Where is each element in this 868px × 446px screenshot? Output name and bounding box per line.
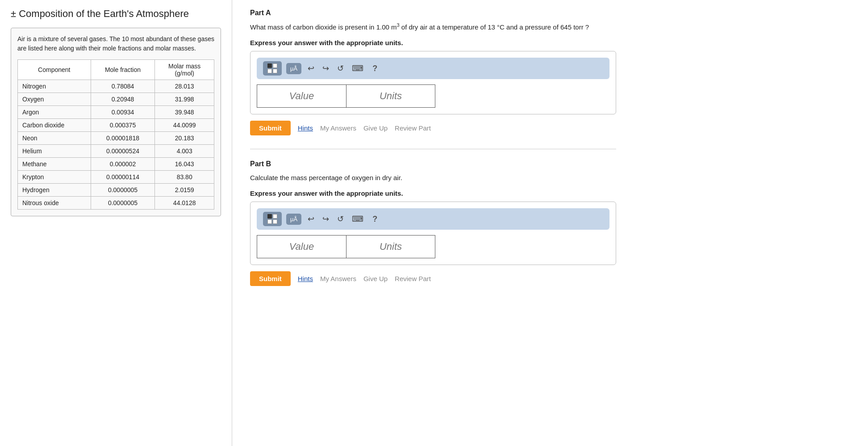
cell-molar-mass: 20.183 — [155, 132, 214, 145]
part-b-toolbar: μÅ ↩ ↪ ↺ ⌨ ? — [257, 208, 609, 230]
info-text: Air is a mixture of several gases. The 1… — [17, 34, 214, 53]
part-b-action-row: Submit Hints My Answers Give Up Review P… — [250, 271, 850, 286]
my-answers-link-b[interactable]: My Answers — [320, 275, 356, 282]
section-title: ± Composition of the Earth's Atmosphere — [11, 8, 221, 20]
cell-mole-fraction: 0.0000005 — [91, 184, 155, 197]
table-row: Nitrous oxide0.000000544.0128 — [18, 197, 214, 210]
cell-mole-fraction: 0.0000005 — [91, 197, 155, 210]
composition-table: Component Mole fraction Molar mass(g/mol… — [17, 59, 214, 210]
cell-molar-mass: 44.0099 — [155, 119, 214, 132]
part-a-answer-box: μÅ ↩ ↪ ↺ ⌨ ? — [250, 51, 616, 114]
cell-molar-mass: 28.013 — [155, 80, 214, 93]
cell-mole-fraction: 0.00934 — [91, 106, 155, 119]
cell-component: Carbon dioxide — [18, 119, 91, 132]
grid-button-a[interactable] — [263, 61, 282, 76]
grid-button-b[interactable] — [263, 212, 282, 226]
hints-link-a[interactable]: Hints — [298, 124, 313, 132]
cell-molar-mass: 4.003 — [155, 145, 214, 158]
col-component: Component — [18, 60, 91, 80]
part-divider — [250, 149, 616, 149]
table-row: Argon0.0093439.948 — [18, 106, 214, 119]
cell-component: Nitrous oxide — [18, 197, 91, 210]
give-up-link-b[interactable]: Give Up — [363, 275, 388, 282]
col-mole-fraction: Mole fraction — [91, 60, 155, 80]
right-panel: Part A What mass of carbon dioxide is pr… — [232, 0, 868, 446]
cell-mole-fraction: 0.000375 — [91, 119, 155, 132]
mu-button-b[interactable]: μÅ — [286, 214, 301, 225]
section-title-text: ± Composition of the Earth's Atmosphere — [11, 8, 189, 19]
submit-button-a[interactable]: Submit — [250, 121, 291, 135]
cell-component: Neon — [18, 132, 91, 145]
part-a-input-row — [257, 84, 480, 108]
table-row: Krypton0.0000011483.80 — [18, 171, 214, 184]
value-input-b[interactable] — [257, 235, 346, 258]
value-input-a[interactable] — [257, 84, 346, 108]
cell-mole-fraction: 0.00001818 — [91, 132, 155, 145]
part-a-toolbar: μÅ ↩ ↪ ↺ ⌨ ? — [257, 58, 609, 79]
table-row: Oxygen0.2094831.998 — [18, 93, 214, 106]
undo-button-a[interactable]: ↩ — [306, 63, 316, 74]
table-row: Neon0.0000181820.183 — [18, 132, 214, 145]
table-row: Nitrogen0.7808428.013 — [18, 80, 214, 93]
hints-link-b[interactable]: Hints — [298, 275, 313, 282]
cell-molar-mass: 83.80 — [155, 171, 214, 184]
my-answers-link-a[interactable]: My Answers — [320, 124, 356, 132]
refresh-button-a[interactable]: ↺ — [335, 63, 346, 74]
cell-molar-mass: 39.948 — [155, 106, 214, 119]
cell-mole-fraction: 0.20948 — [91, 93, 155, 106]
cell-component: Methane — [18, 158, 91, 171]
cell-mole-fraction: 0.78084 — [91, 80, 155, 93]
part-b-title: Part B — [250, 160, 850, 168]
review-part-link-a[interactable]: Review Part — [395, 124, 431, 132]
cell-molar-mass: 16.043 — [155, 158, 214, 171]
help-button-a[interactable]: ? — [370, 63, 380, 74]
part-b-input-row — [257, 235, 480, 258]
info-box: Air is a mixture of several gases. The 1… — [11, 28, 221, 216]
redo-button-a[interactable]: ↪ — [321, 63, 331, 74]
mu-button-a[interactable]: μÅ — [286, 63, 301, 74]
cell-mole-fraction: 0.000002 — [91, 158, 155, 171]
part-a-title: Part A — [250, 9, 850, 17]
cell-mole-fraction: 0.00000524 — [91, 145, 155, 158]
part-b-answer-box: μÅ ↩ ↪ ↺ ⌨ ? — [250, 202, 616, 265]
cell-component: Oxygen — [18, 93, 91, 106]
cell-component: Argon — [18, 106, 91, 119]
left-panel: ± Composition of the Earth's Atmosphere … — [0, 0, 232, 446]
help-button-b[interactable]: ? — [370, 214, 380, 225]
part-b-question: Calculate the mass percentage of oxygen … — [250, 173, 607, 183]
col-molar-mass: Molar mass(g/mol) — [155, 60, 214, 80]
units-input-a[interactable] — [346, 84, 435, 108]
part-b-express-label: Express your answer with the appropriate… — [250, 189, 850, 197]
cell-molar-mass: 44.0128 — [155, 197, 214, 210]
part-a: Part A What mass of carbon dioxide is pr… — [250, 9, 850, 135]
cell-component: Helium — [18, 145, 91, 158]
refresh-button-b[interactable]: ↺ — [335, 213, 346, 225]
units-input-b[interactable] — [346, 235, 435, 258]
part-b: Part B Calculate the mass percentage of … — [250, 160, 850, 286]
part-a-express-label: Express your answer with the appropriate… — [250, 39, 850, 46]
part-a-question: What mass of carbon dioxide is present i… — [250, 21, 607, 33]
give-up-link-a[interactable]: Give Up — [363, 124, 388, 132]
cell-molar-mass: 2.0159 — [155, 184, 214, 197]
cell-component: Krypton — [18, 171, 91, 184]
table-row: Methane0.00000216.043 — [18, 158, 214, 171]
keyboard-button-a[interactable]: ⌨ — [350, 63, 365, 74]
table-row: Carbon dioxide0.00037544.0099 — [18, 119, 214, 132]
cell-component: Hydrogen — [18, 184, 91, 197]
redo-button-b[interactable]: ↪ — [321, 213, 331, 225]
table-row: Helium0.000005244.003 — [18, 145, 214, 158]
cell-mole-fraction: 0.00000114 — [91, 171, 155, 184]
review-part-link-b[interactable]: Review Part — [395, 275, 431, 282]
keyboard-button-b[interactable]: ⌨ — [350, 213, 365, 225]
submit-button-b[interactable]: Submit — [250, 271, 291, 286]
undo-button-b[interactable]: ↩ — [306, 213, 316, 225]
cell-molar-mass: 31.998 — [155, 93, 214, 106]
cell-component: Nitrogen — [18, 80, 91, 93]
part-a-action-row: Submit Hints My Answers Give Up Review P… — [250, 121, 850, 135]
table-row: Hydrogen0.00000052.0159 — [18, 184, 214, 197]
